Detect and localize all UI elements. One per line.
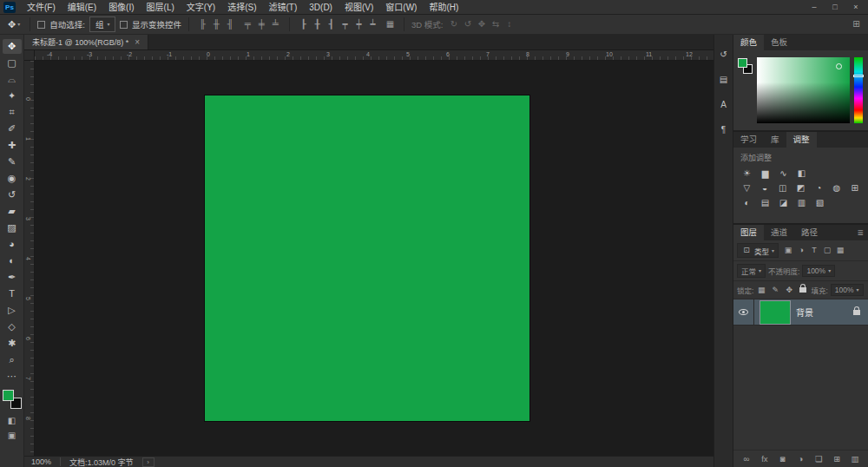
layer-thumbnail[interactable] [760, 301, 790, 324]
tab-learn[interactable]: 学习 [733, 132, 764, 148]
crop-tool[interactable]: ⌗ [3, 105, 22, 120]
visibility-toggle[interactable] [733, 299, 754, 325]
align-left-edges-icon[interactable]: ╟ [196, 17, 209, 31]
eraser-tool[interactable]: ▰ [3, 204, 22, 219]
character-panel-icon[interactable]: A [716, 97, 731, 111]
quick-mask-icon[interactable]: ◧ [3, 413, 22, 428]
tool-preset-picker[interactable]: ✥ ▾ [5, 18, 23, 31]
blur-tool[interactable]: ◕ [3, 237, 22, 252]
delete-layer-icon[interactable]: ▥ [850, 453, 860, 464]
auto-select-dropdown[interactable]: 组 ▾ [89, 16, 115, 32]
color-balance-icon[interactable]: ◫ [776, 182, 789, 194]
pen-tool[interactable]: ✒ [3, 270, 22, 285]
vibrance-icon[interactable]: ▽ [740, 182, 753, 194]
distribute-vertical-icon[interactable]: ┿ [352, 17, 365, 31]
lock-position-icon[interactable]: ✥ [784, 285, 794, 296]
3d-slide-icon[interactable]: ⇆ [489, 17, 502, 31]
edit-toolbar-icon[interactable]: ⋯ [3, 369, 22, 384]
hue-slider[interactable] [854, 57, 863, 123]
foreground-swatch[interactable] [3, 390, 14, 401]
properties-panel-icon[interactable]: ▤ [716, 72, 731, 86]
menu-help[interactable]: 帮助(H) [423, 0, 464, 15]
photo-filter-icon[interactable]: ◔ [812, 182, 825, 194]
filter-adjustment-layers-icon[interactable]: ◑ [796, 245, 806, 256]
marquee-tool[interactable]: ▢ [3, 56, 22, 70]
curves-icon[interactable]: ∿ [777, 168, 790, 179]
tab-layers[interactable]: 图层 [733, 225, 764, 240]
posterize-icon[interactable]: ▤ [759, 197, 772, 208]
menu-edit[interactable]: 编辑(E) [62, 0, 102, 15]
align-horizontal-centers-icon[interactable]: ╫ [210, 17, 223, 31]
menu-filter[interactable]: 滤镜(T) [263, 0, 304, 15]
auto-align-icon[interactable]: ▦ [384, 17, 397, 31]
minimize-button[interactable]: – [809, 3, 819, 11]
history-panel-icon[interactable]: ↺ [716, 47, 731, 61]
lasso-tool[interactable]: ⌓ [3, 72, 22, 87]
document-tab[interactable]: 未标题-1 @ 100%(RGB/8) * × [24, 35, 148, 49]
tab-paths[interactable]: 路径 [794, 225, 825, 240]
horizontal-ruler[interactable]: -4-3-2-10123456789101112 [35, 50, 713, 61]
layer-lock-icon[interactable] [853, 310, 860, 315]
tab-adjustments[interactable]: 调整 [786, 132, 817, 148]
path-select-tool[interactable]: ▷ [3, 303, 22, 318]
eyedropper-tool[interactable]: ✐ [3, 122, 22, 136]
paragraph-panel-icon[interactable]: ¶ [716, 122, 731, 136]
gradient-tool[interactable]: ▨ [3, 220, 22, 235]
layer-filter-dropdown[interactable]: ⊡ 类型 ▾ [737, 243, 779, 258]
canvas-viewport[interactable] [35, 61, 713, 456]
tab-swatches[interactable]: 色板 [764, 35, 794, 50]
screen-mode-icon[interactable]: ▣ [3, 428, 22, 443]
close-icon[interactable]: × [135, 37, 140, 47]
dodge-tool[interactable]: ◐ [3, 253, 22, 268]
status-expand-button[interactable]: › [142, 457, 155, 467]
distribute-left-icon[interactable]: ┠ [297, 17, 310, 31]
filter-smart-objects-icon[interactable]: ▦ [835, 245, 845, 256]
3d-pan-icon[interactable]: ✥ [475, 17, 488, 31]
layer-mask-icon[interactable]: ◙ [778, 453, 788, 464]
clone-stamp-tool[interactable]: ◉ [3, 171, 22, 186]
menu-view[interactable]: 视图(V) [339, 0, 379, 15]
tab-libraries[interactable]: 库 [764, 132, 786, 148]
link-layers-icon[interactable]: ∞ [741, 453, 752, 464]
zoom-tool[interactable]: ⌕ [3, 352, 22, 367]
menu-window[interactable]: 窗口(W) [379, 0, 423, 15]
lock-pixels-icon[interactable]: ✎ [770, 285, 780, 296]
vertical-ruler[interactable]: 0123456789 [24, 61, 35, 456]
black-white-icon[interactable]: ◩ [794, 182, 807, 194]
hue-slider-marker[interactable] [853, 75, 864, 77]
distribute-top-icon[interactable]: ┯ [339, 17, 352, 31]
3d-scale-icon[interactable]: ↕ [503, 17, 516, 31]
blend-mode-select[interactable]: 正常 ▾ [737, 264, 766, 278]
filter-type-layers-icon[interactable]: T [809, 245, 819, 256]
threshold-icon[interactable]: ◪ [777, 197, 790, 208]
maximize-button[interactable]: □ [830, 3, 840, 11]
gradient-map-icon[interactable]: ▥ [795, 197, 808, 208]
shape-tool[interactable]: ◇ [3, 319, 22, 334]
fill-select[interactable]: 100% ▾ [831, 284, 864, 296]
layer-row-background[interactable]: 背景 [733, 299, 868, 326]
align-vertical-centers-icon[interactable]: ╪ [255, 17, 268, 31]
levels-icon[interactable]: ▆ [759, 168, 772, 179]
new-group-icon[interactable]: ❏ [813, 453, 824, 464]
lock-all-icon[interactable] [799, 287, 806, 293]
distribute-right-icon[interactable]: ┨ [325, 17, 338, 31]
adjustment-layer-icon[interactable]: ◑ [795, 453, 806, 464]
healing-brush-tool[interactable]: ✚ [3, 138, 22, 153]
hue-saturation-icon[interactable]: ◒ [759, 182, 772, 194]
align-right-edges-icon[interactable]: ╢ [224, 17, 237, 31]
distribute-bottom-icon[interactable]: ┷ [366, 17, 379, 31]
channel-mixer-icon[interactable]: ◍ [831, 182, 844, 194]
photoshop-logo[interactable]: Ps [3, 2, 16, 13]
show-transform-checkbox[interactable] [120, 21, 128, 29]
layer-effects-icon[interactable]: fx [760, 453, 770, 464]
menu-file[interactable]: 文件(F) [21, 0, 62, 15]
workspace-icon[interactable]: ⊞ [850, 17, 863, 31]
exposure-icon[interactable]: ◧ [795, 168, 808, 179]
hand-tool[interactable]: ✱ [3, 336, 22, 351]
history-brush-tool[interactable]: ↺ [3, 187, 22, 202]
align-top-edges-icon[interactable]: ╤ [241, 17, 254, 31]
ruler-corner[interactable] [24, 50, 35, 61]
color-lookup-icon[interactable]: ⊞ [848, 182, 861, 194]
layer-name[interactable]: 背景 [796, 306, 852, 319]
menu-layer[interactable]: 图层(L) [141, 0, 181, 15]
